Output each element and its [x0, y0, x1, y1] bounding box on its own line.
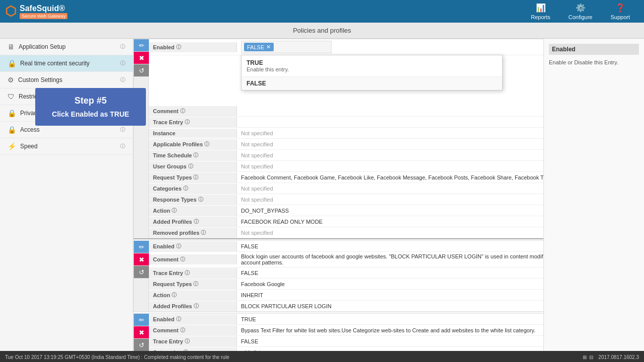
entry1-added-label: Added Profiles ⓘ — [149, 217, 237, 227]
e3-trace-help[interactable]: ⓘ — [185, 338, 190, 345]
entry3-delete-btn[interactable]: ✖ — [134, 326, 149, 339]
entry1-edit-btn[interactable]: ✏ — [134, 39, 149, 52]
trace-help-icon[interactable]: ⓘ — [185, 119, 190, 126]
e2-action-help[interactable]: ⓘ — [172, 292, 177, 299]
request-help-icon[interactable]: ⓘ — [193, 174, 198, 181]
right-panel-title: Enabled — [549, 44, 639, 55]
entry3-edit-btn[interactable]: ✏ — [134, 314, 149, 326]
access-help-icon[interactable]: ⓘ — [120, 126, 125, 133]
dropdown-false-label: FALSE — [247, 80, 497, 87]
entry1-removed-label: Removed profiles ⓘ — [149, 228, 237, 238]
request-chip-4: Facebook Message, — [377, 174, 427, 180]
entry2-comment-label: Comment ⓘ — [149, 254, 237, 264]
entry1-delete-btn[interactable]: ✖ — [134, 52, 149, 64]
status-bar: Tue Oct 10 2017 13:19:25 GMT+0530 (India… — [0, 351, 644, 362]
entry2-reset-btn[interactable]: ↺ — [134, 266, 149, 279]
sidebar-custom-settings-label: Custom Settings — [18, 76, 116, 83]
dropdown-true-option[interactable]: TRUE Enable this entry. — [242, 55, 502, 77]
entry1-instance-label: Instance — [149, 129, 237, 138]
groups-help-icon[interactable]: ⓘ — [188, 163, 193, 170]
configure-icon: ⚙️ — [576, 3, 586, 13]
access-icon: 🔒 — [8, 126, 16, 134]
content-area: ✏ ✖ ↺ Enabled ⓘ — [133, 39, 644, 351]
entry1-reset-btn[interactable]: ↺ — [134, 64, 149, 77]
action-help-icon[interactable]: ⓘ — [172, 207, 177, 214]
entry3-comment-label: Comment ⓘ — [149, 325, 237, 335]
e3-categories-help[interactable]: ⓘ — [183, 349, 188, 351]
entry1-groups-label: User Groups ⓘ — [149, 161, 237, 171]
entry2-delete-btn[interactable]: ✖ — [134, 253, 149, 266]
dropdown-true-label: TRUE — [247, 59, 497, 66]
sidebar-realtime-label: Real time content security — [20, 60, 116, 67]
logo: ⬡ SafeSquid® Secure Web Gateway — [5, 4, 67, 19]
sidebar: 🖥 Application Setup ⓘ 🔒 Real time conten… — [0, 39, 133, 351]
e2-trace-help[interactable]: ⓘ — [185, 269, 190, 277]
comment-help-icon[interactable]: ⓘ — [180, 108, 185, 115]
status-message: Tue Oct 10 2017 13:19:25 GMT+0530 (India… — [5, 354, 229, 360]
realtime-icon: 🔒 — [8, 59, 16, 67]
sidebar-item-speed[interactable]: ⚡ Speed ⓘ — [0, 138, 133, 155]
e3-comment-help[interactable]: ⓘ — [180, 327, 185, 334]
enabled-help-icon[interactable]: ⓘ — [176, 44, 181, 51]
entry2-action-label: Action ⓘ — [149, 290, 237, 300]
entry2-trace-label: Trace Entry ⓘ — [149, 268, 237, 278]
logo-safesquid-text: SafeSquid® — [20, 4, 67, 13]
nav-reports-label: Reports — [531, 14, 550, 20]
logo-shield-icon: ⬡ — [5, 4, 17, 19]
e2-added-help[interactable]: ⓘ — [194, 303, 199, 310]
entry3-enabled-label: Enabled ⓘ — [149, 314, 237, 324]
status-icon-1[interactable]: ⊞ — [583, 354, 587, 360]
applicable-help-icon[interactable]: ⓘ — [204, 141, 209, 148]
right-panel-desc: Enable or Disable this Entry. — [549, 59, 639, 66]
sidebar-access-label: Access — [20, 126, 116, 133]
entry3-reset-btn[interactable]: ↺ — [134, 339, 149, 351]
entry2-edit-btn[interactable]: ✏ — [134, 241, 149, 253]
nav-support[interactable]: ❓ Support — [601, 1, 639, 23]
app-setup-help-icon[interactable]: ⓘ — [120, 43, 125, 50]
categories-help-icon[interactable]: ⓘ — [183, 185, 188, 192]
status-version: 2017.0817.1602.3 — [598, 354, 639, 360]
sidebar-item-app-setup[interactable]: 🖥 Application Setup ⓘ — [0, 39, 133, 55]
speed-help-icon[interactable]: ⓘ — [120, 143, 125, 150]
e2-request-help[interactable]: ⓘ — [193, 281, 198, 288]
added-help-icon[interactable]: ⓘ — [194, 218, 199, 225]
sidebar-speed-label: Speed — [20, 143, 116, 150]
nav-reports[interactable]: 📊 Reports — [522, 1, 559, 23]
entry3-categories-label: Categories ⓘ — [149, 347, 237, 351]
entry1-enabled-label: Enabled ⓘ — [149, 42, 237, 52]
response-help-icon[interactable]: ⓘ — [198, 196, 203, 203]
request-chip-2: Facebook Game, — [294, 174, 336, 180]
e2-enabled-help[interactable]: ⓘ — [176, 243, 181, 250]
sidebar-item-realtime[interactable]: 🔒 Real time content security ⓘ — [0, 55, 133, 72]
entry1-response-label: Response Types ⓘ — [149, 195, 237, 205]
main-layout: 🖥 Application Setup ⓘ 🔒 Real time conten… — [0, 39, 644, 351]
false-tag-text: FALSE — [247, 44, 264, 50]
entry2-added-label: Added Profiles ⓘ — [149, 301, 237, 311]
nav-configure[interactable]: ⚙️ Configure — [559, 1, 602, 23]
header-nav: 📊 Reports ⚙️ Configure ❓ Support — [522, 1, 639, 23]
request-chip-3: Facebook Like, — [338, 174, 375, 180]
sidebar-item-custom-settings[interactable]: ⚙ Custom Settings ⓘ — [0, 72, 133, 88]
removed-help-icon[interactable]: ⓘ — [201, 229, 206, 236]
custom-settings-help-icon[interactable]: ⓘ — [120, 76, 125, 83]
right-panel: Enabled Enable or Disable this Entry. — [543, 39, 644, 351]
step-callout: Step #5 Click Enabled as TRUE — [35, 88, 133, 126]
status-bar-right: ⊞ ⊟ 2017.0817.1602.3 — [583, 354, 639, 360]
e2-comment-help[interactable]: ⓘ — [180, 256, 185, 263]
e3-enabled-help[interactable]: ⓘ — [176, 316, 181, 323]
entry1-categories-label: Categories ⓘ — [149, 184, 237, 194]
status-icon-2[interactable]: ⊟ — [589, 354, 593, 360]
dropdown-false-row: FALSE — [242, 77, 502, 90]
realtime-help-icon[interactable]: ⓘ — [120, 60, 125, 67]
entry3-trace-label: Trace Entry ⓘ — [149, 336, 237, 346]
entry2-request-label: Request Types ⓘ — [149, 279, 237, 289]
app-setup-icon: 🖥 — [8, 43, 15, 51]
time-help-icon[interactable]: ⓘ — [193, 152, 198, 159]
request-chip-6: Facebook Share, — [471, 174, 513, 180]
entry1-action-label: Action ⓘ — [149, 206, 237, 216]
false-tag-close[interactable]: ✕ — [266, 44, 271, 50]
entry1-request-label: Request Types ⓘ — [149, 172, 237, 183]
support-icon: ❓ — [615, 3, 625, 13]
reports-icon: 📊 — [536, 3, 546, 13]
entry1-comment-label: Comment ⓘ — [149, 106, 237, 116]
